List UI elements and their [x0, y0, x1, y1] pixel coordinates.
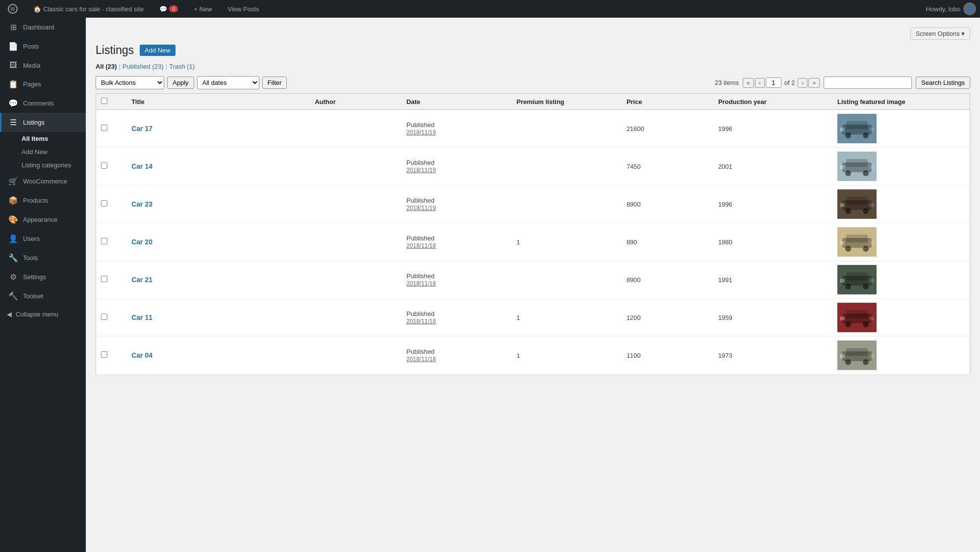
site-name-link[interactable]: 🏠 Classic cars for sale - classified sit…	[29, 5, 148, 13]
row-checkbox[interactable]	[101, 238, 107, 244]
page-number-input[interactable]	[766, 78, 781, 88]
user-greeting[interactable]: Howdy, lobo 👤	[926, 2, 976, 15]
svg-rect-11	[846, 159, 868, 167]
sidebar-item-pages[interactable]: 📋 Pages	[0, 75, 86, 94]
comments-menu-icon: 💬	[8, 99, 18, 108]
sidebar-item-listings[interactable]: ☰ Listings	[0, 113, 86, 132]
svg-point-6	[863, 132, 869, 138]
post-title-link[interactable]: Car 04	[131, 351, 152, 359]
col-header-price[interactable]: Price	[622, 94, 713, 110]
site-icon: 🏠	[33, 5, 41, 13]
add-new-button[interactable]: Add New	[140, 45, 176, 56]
dates-filter-select[interactable]: All dates November 2018 October 2018	[197, 76, 259, 89]
sidebar-item-settings[interactable]: ⚙ Settings	[0, 267, 86, 287]
col-header-date[interactable]: Date	[402, 94, 511, 110]
filter-button[interactable]: Filter	[262, 77, 287, 89]
last-page-button[interactable]: »	[808, 78, 820, 88]
post-title-link[interactable]: Car 14	[131, 162, 152, 170]
date-value[interactable]: 2018/11/19	[406, 167, 436, 174]
sidebar-item-woocommerce[interactable]: 🛒 WooCommerce	[0, 172, 86, 191]
featured-image-thumb	[837, 189, 877, 219]
svg-rect-15	[869, 165, 874, 169]
date-value[interactable]: 2018/11/19	[406, 129, 436, 136]
date-value[interactable]: 2018/11/18	[406, 242, 436, 249]
sidebar-item-media[interactable]: 🖼 Media	[0, 56, 86, 75]
status-link-all[interactable]: All (23)	[96, 63, 117, 70]
featured-image-thumb	[837, 227, 877, 257]
date-value[interactable]: 2018/11/18	[406, 356, 436, 363]
status-link-published[interactable]: Published (23)	[123, 63, 164, 70]
sidebar-item-products[interactable]: 📦 Products	[0, 191, 86, 210]
view-posts-link[interactable]: View Posts	[224, 5, 263, 13]
search-button[interactable]: Search Listings	[916, 77, 970, 89]
svg-point-34	[863, 284, 869, 289]
post-title-link[interactable]: Car 21	[131, 276, 152, 284]
featured-image-thumb	[837, 114, 877, 143]
row-checkbox[interactable]	[101, 162, 107, 169]
svg-rect-8	[869, 128, 874, 131]
apply-button[interactable]: Apply	[167, 77, 194, 89]
submenu-item-add-new[interactable]: Add New	[0, 145, 86, 158]
new-content-link[interactable]: + New	[190, 5, 216, 13]
cell-price: 21600	[622, 110, 713, 148]
table-nav-top: Bulk Actions Edit Move to Trash Apply Al…	[96, 76, 970, 89]
submenu-item-listing-categories[interactable]: Listing categories	[0, 158, 86, 172]
svg-rect-21	[840, 203, 845, 207]
col-header-premium[interactable]: Premium listing	[512, 94, 622, 110]
sidebar-item-label: Posts	[23, 43, 39, 50]
sidebar-item-label: WooCommerce	[23, 178, 67, 185]
comments-link[interactable]: 💬 0	[155, 5, 182, 13]
apply-label: Apply	[173, 79, 189, 86]
col-header-author[interactable]: Author	[310, 94, 402, 110]
sidebar-item-label: Tools	[23, 254, 38, 262]
next-page-button[interactable]: ›	[798, 78, 807, 88]
sidebar-item-dashboard[interactable]: ⊞ Dashboard	[0, 18, 86, 37]
date-value[interactable]: 2018/11/18	[406, 280, 436, 287]
search-input[interactable]	[824, 77, 912, 89]
sidebar-item-posts[interactable]: 📄 Posts	[0, 37, 86, 56]
row-checkbox[interactable]	[101, 276, 107, 282]
row-checkbox[interactable]	[101, 125, 107, 131]
col-header-year[interactable]: Production year	[713, 94, 832, 110]
page-header: Listings Add New	[96, 44, 970, 57]
sidebar-item-appearance[interactable]: 🎨 Appearance	[0, 210, 86, 229]
collapse-menu-button[interactable]: ◀ Collapse menu	[0, 306, 86, 323]
sidebar-item-toolset[interactable]: 🔨 Toolset	[0, 287, 86, 306]
cell-featured-image	[832, 223, 970, 261]
sidebar-item-comments[interactable]: 💬 Comments	[0, 94, 86, 113]
col-header-image[interactable]: Listing featured image	[832, 94, 970, 110]
sidebar-item-tools[interactable]: 🔧 Tools	[0, 248, 86, 267]
tablenav-right: 23 items « ‹ of 2 › » Search Listings	[715, 77, 970, 89]
screen-options-button[interactable]: Screen Options ▾	[910, 27, 970, 40]
row-checkbox[interactable]	[101, 351, 107, 358]
bulk-actions-select[interactable]: Bulk Actions Edit Move to Trash	[96, 76, 164, 89]
col-header-title[interactable]: Title	[126, 94, 310, 110]
prev-page-button[interactable]: ‹	[755, 78, 765, 88]
post-title-link[interactable]: Car 17	[131, 125, 152, 132]
post-title-link[interactable]: Car 11	[131, 314, 152, 321]
first-page-button[interactable]: «	[743, 78, 754, 88]
svg-point-27	[863, 246, 869, 252]
svg-rect-39	[846, 310, 868, 318]
cell-date: Published2018/11/19	[402, 148, 511, 185]
date-value[interactable]: 2018/11/18	[406, 318, 436, 325]
collapse-label: Collapse menu	[16, 311, 58, 318]
post-title-link[interactable]: Car 20	[131, 238, 152, 246]
row-checkbox[interactable]	[101, 314, 107, 320]
site-name-text: Classic cars for sale - classified site	[43, 5, 144, 13]
row-checkbox[interactable]	[101, 200, 107, 207]
wp-logo[interactable]: W	[4, 4, 22, 14]
date-value[interactable]: 2018/11/19	[406, 205, 436, 211]
cell-featured-image	[832, 148, 970, 185]
svg-text:W: W	[10, 6, 15, 12]
status-link-trash[interactable]: Trash (1)	[169, 63, 195, 70]
select-all-checkbox[interactable]	[101, 98, 107, 104]
posts-icon: 📄	[8, 42, 18, 51]
listings-table: Title Author Date Premium listing Price	[96, 93, 970, 374]
cell-author	[310, 261, 402, 299]
sidebar-item-users[interactable]: 👤 Users	[0, 229, 86, 248]
post-title-link[interactable]: Car 23	[131, 200, 152, 208]
submenu-item-all-items[interactable]: All items	[0, 132, 86, 145]
users-icon: 👤	[8, 234, 18, 243]
col-header-check	[96, 94, 127, 110]
